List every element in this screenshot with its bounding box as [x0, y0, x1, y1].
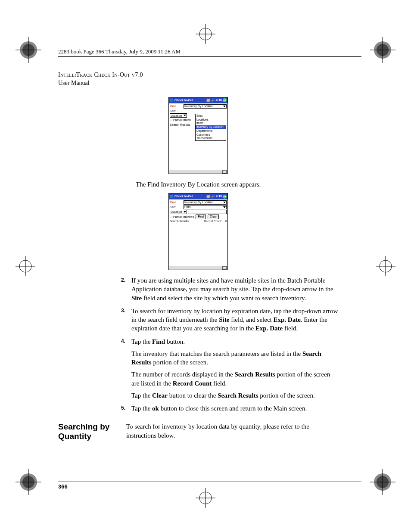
crop-mark-icon	[376, 256, 395, 276]
crop-mark-icon	[370, 37, 395, 63]
site-label: Site:	[170, 109, 184, 113]
find-button: Find	[196, 215, 206, 219]
location-dropdown: Location	[170, 210, 187, 214]
status-time: 4:18	[216, 98, 222, 102]
chevron-down-icon	[223, 206, 226, 208]
embedded-screenshot-1: 🟦 Check In-Out 📶 🔊 4:18 ok Find Inventor…	[168, 97, 228, 174]
volume-icon: 🔊	[211, 98, 215, 102]
bottom-rule	[58, 482, 361, 482]
section-heading: Searching by Quantity	[58, 422, 126, 441]
record-count-value: 0	[225, 220, 227, 223]
step-3: 3. To search for inventory by location b…	[131, 307, 338, 333]
running-header: IntelliTrack Check In-Out v7.0 User Manu…	[58, 71, 338, 87]
caption-1: The Find Inventory By Location screen ap…	[136, 180, 338, 189]
location-value-field	[188, 210, 227, 214]
window-title: 🟦 Check In-Out	[170, 194, 193, 198]
crop-mark-icon	[16, 256, 35, 276]
step-5: 5. Tap the ok button to close this scree…	[131, 404, 338, 413]
crop-mark-icon	[196, 24, 215, 44]
step-number: 2.	[121, 277, 125, 283]
search-results-label: Search Results	[170, 123, 190, 127]
step-4: 4. Tap the Find button. The inventory th…	[131, 337, 338, 400]
step-number: 3.	[121, 307, 125, 314]
site-label: Site:	[170, 205, 184, 209]
search-results-label: Search Results	[170, 220, 189, 224]
find-dropdown-list: Sites Locations Items Inventory By Locat…	[195, 114, 226, 141]
clear-button: Clear	[208, 215, 219, 219]
status-time: 4:19	[216, 194, 222, 198]
svg-point-0	[20, 41, 37, 59]
svg-point-19	[380, 260, 392, 272]
top-rule	[58, 56, 361, 57]
volume-icon: 🔊	[211, 194, 215, 198]
embedded-screenshot-2: 🟦 Check In-Out 📶 🔊 4:19 ok Find Inventor…	[168, 193, 228, 270]
window-title: 🟦 Check In-Out	[170, 98, 193, 102]
svg-point-16	[19, 260, 31, 272]
location-dropdown: Location	[170, 113, 187, 118]
dropdown-selected: Inventory By Location	[196, 125, 226, 129]
record-count-label: Record Count:	[204, 220, 222, 223]
svg-point-22	[199, 28, 212, 40]
chevron-down-icon	[223, 202, 226, 203]
keyboard-icon	[222, 170, 227, 174]
svg-point-12	[374, 473, 391, 491]
crop-mark-icon	[196, 488, 215, 508]
crop-mark-icon	[16, 37, 41, 63]
keyboard-icon	[222, 266, 227, 270]
find-dropdown: Inventory By Location	[184, 104, 227, 109]
signal-icon: 📶	[206, 98, 210, 102]
svg-point-5	[377, 44, 389, 56]
step-number: 5.	[121, 404, 125, 411]
svg-point-9	[22, 476, 34, 488]
find-label: Find	[170, 200, 184, 204]
partial-match-checkbox: ☐ Partial Matches	[170, 215, 194, 219]
book-header-line: 2283.book Page 366 Thursday, July 9, 200…	[58, 48, 181, 55]
chevron-down-icon	[184, 115, 186, 116]
svg-point-25	[199, 492, 212, 504]
find-dropdown: Inventory By Location	[184, 200, 227, 205]
ok-button: ok	[223, 98, 227, 102]
partial-match-checkbox: ☐ Partial Match	[170, 118, 191, 122]
step-2: 2. If you are using multiple sites and h…	[131, 276, 338, 302]
results-area	[170, 224, 227, 250]
find-label: Find	[170, 104, 184, 108]
svg-point-8	[20, 473, 37, 491]
svg-point-13	[377, 476, 389, 488]
svg-point-4	[374, 41, 391, 59]
chevron-down-icon	[223, 106, 226, 107]
crop-mark-icon	[370, 469, 395, 495]
ok-button: ok	[223, 195, 227, 199]
svg-point-1	[22, 44, 34, 56]
signal-icon: 📶	[206, 194, 210, 198]
crop-mark-icon	[16, 469, 41, 495]
chevron-down-icon	[184, 211, 186, 213]
site-dropdown: Pars	[184, 205, 227, 209]
page-number: 366	[58, 483, 68, 490]
step-number: 4.	[121, 338, 125, 345]
product-subtitle: User Manual	[58, 80, 90, 86]
product-name: IntelliTrack Check In-Out v7.0	[58, 72, 143, 78]
section-body: To search for inventory by location data…	[126, 422, 338, 441]
